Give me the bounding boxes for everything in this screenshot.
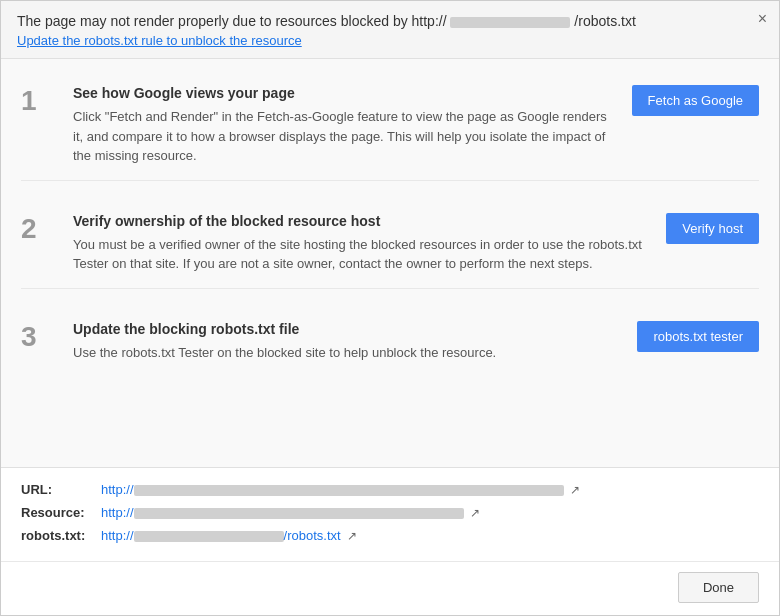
step-1: 1 See how Google views your page Click "… <box>21 71 759 181</box>
robots-value: http:///robots.txt <box>101 528 341 543</box>
step-2-desc: You must be a verified owner of the site… <box>73 235 646 274</box>
footer-buttons: Done <box>1 561 779 615</box>
step-3-number: 3 <box>21 321 61 351</box>
robots-suffix: /robots.txt <box>284 528 341 543</box>
close-button[interactable]: × <box>758 11 767 27</box>
robots-txt-tester-button[interactable]: robots.txt tester <box>637 321 759 352</box>
url-label: URL: <box>21 482 101 497</box>
step-2-number: 2 <box>21 213 61 243</box>
resource-external-icon[interactable]: ↗ <box>470 506 480 520</box>
step-3-action: robots.txt tester <box>637 321 759 352</box>
url-prefix: http:// <box>101 482 134 497</box>
step-1-content: See how Google views your page Click "Fe… <box>73 85 612 166</box>
step-2-content: Verify ownership of the blocked resource… <box>73 213 646 274</box>
step-3: 3 Update the blocking robots.txt file Us… <box>21 307 759 377</box>
robots-external-icon[interactable]: ↗ <box>347 529 357 543</box>
url-redacted-header <box>450 13 574 29</box>
step-3-content: Update the blocking robots.txt file Use … <box>73 321 617 363</box>
step-3-desc: Use the robots.txt Tester on the blocked… <box>73 343 617 363</box>
header: The page may not render properly due to … <box>1 1 779 59</box>
step-2-title: Verify ownership of the blocked resource… <box>73 213 646 229</box>
header-title-text: The page may not render properly due to … <box>17 13 447 29</box>
url-external-icon[interactable]: ↗ <box>570 483 580 497</box>
steps-content: 1 See how Google views your page Click "… <box>1 59 779 467</box>
url-row: URL: http:// ↗ <box>21 482 759 497</box>
resource-value: http:// <box>101 505 464 520</box>
fetch-as-google-button[interactable]: Fetch as Google <box>632 85 759 116</box>
step-1-number: 1 <box>21 85 61 115</box>
header-subtitle[interactable]: Update the robots.txt rule to unblock th… <box>17 33 763 48</box>
footer-info: URL: http:// ↗ Resource: http:// ↗ robot… <box>1 467 779 561</box>
header-title: The page may not render properly due to … <box>17 13 763 29</box>
robots-row: robots.txt: http:///robots.txt ↗ <box>21 528 759 543</box>
step-2-action: Verify host <box>666 213 759 244</box>
robots-label: robots.txt: <box>21 528 101 543</box>
step-1-action: Fetch as Google <box>632 85 759 116</box>
robots-prefix: http:// <box>101 528 134 543</box>
url-value: http:// <box>101 482 564 497</box>
resource-row: Resource: http:// ↗ <box>21 505 759 520</box>
resource-prefix: http:// <box>101 505 134 520</box>
dialog: The page may not render properly due to … <box>0 0 780 616</box>
step-1-title: See how Google views your page <box>73 85 612 101</box>
done-button[interactable]: Done <box>678 572 759 603</box>
step-3-title: Update the blocking robots.txt file <box>73 321 617 337</box>
resource-label: Resource: <box>21 505 101 520</box>
step-2: 2 Verify ownership of the blocked resour… <box>21 199 759 289</box>
step-1-desc: Click "Fetch and Render" in the Fetch-as… <box>73 107 612 166</box>
header-title-suffix: /robots.txt <box>574 13 635 29</box>
verify-host-button[interactable]: Verify host <box>666 213 759 244</box>
